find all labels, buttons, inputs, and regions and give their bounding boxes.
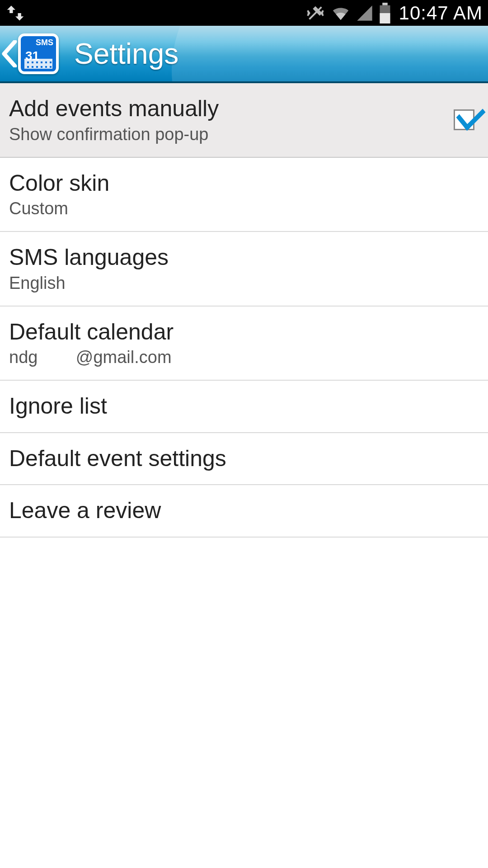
back-button[interactable]: SMS31 <box>0 26 74 81</box>
signal-icon <box>356 4 374 22</box>
setting-default-event-settings[interactable]: Default event settings <box>0 433 488 486</box>
setting-title: Default calendar <box>9 319 479 345</box>
app-icon: SMS31 <box>18 33 59 74</box>
page-title: Settings <box>74 37 178 71</box>
empty-space <box>0 538 488 809</box>
setting-leave-review[interactable]: Leave a review <box>0 485 488 538</box>
setting-subtitle: ndg @gmail.com <box>9 348 479 367</box>
sync-icon <box>5 3 25 23</box>
setting-color-skin[interactable]: Color skin Custom <box>0 158 488 232</box>
setting-title: Color skin <box>9 170 479 197</box>
status-clock: 10:47 AM <box>399 2 483 24</box>
settings-list: Add events manually Show confirmation po… <box>0 83 488 538</box>
setting-title: Default event settings <box>9 446 479 472</box>
setting-add-events-manually[interactable]: Add events manually Show confirmation po… <box>0 83 488 158</box>
setting-title: Leave a review <box>9 498 479 524</box>
setting-default-calendar[interactable]: Default calendar ndg @gmail.com <box>0 307 488 381</box>
setting-title: SMS languages <box>9 245 479 271</box>
setting-subtitle: English <box>9 274 479 293</box>
chevron-left-icon <box>1 40 18 67</box>
setting-sms-languages[interactable]: SMS languages English <box>0 232 488 307</box>
setting-title: Ignore list <box>9 393 479 420</box>
checkbox-confirmation-popup[interactable] <box>454 109 474 130</box>
battery-icon <box>378 3 392 24</box>
setting-subtitle: Custom <box>9 199 479 218</box>
vibrate-icon <box>305 3 326 24</box>
svg-rect-3 <box>380 13 390 24</box>
setting-subtitle: Show confirmation pop-up <box>9 125 454 144</box>
wifi-icon <box>330 3 351 24</box>
status-bar: 10:47 AM <box>0 0 488 26</box>
app-header: SMS31 Settings <box>0 26 488 83</box>
setting-title: Add events manually <box>9 96 454 122</box>
setting-ignore-list[interactable]: Ignore list <box>0 381 488 433</box>
svg-rect-1 <box>382 3 388 5</box>
